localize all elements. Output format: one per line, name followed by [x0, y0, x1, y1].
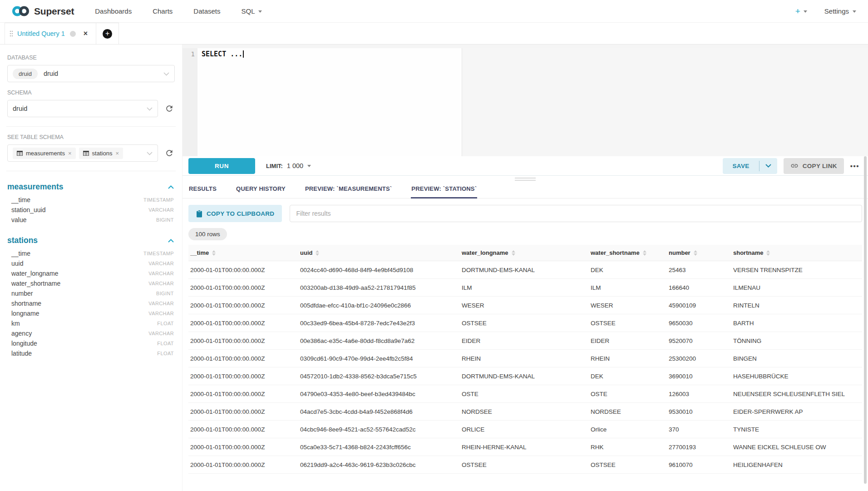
more-menu-button[interactable]: •••: [848, 162, 862, 170]
tab-preview-measurements[interactable]: PREVIEW: `MEASUREMENTS`: [305, 179, 392, 198]
close-icon[interactable]: ×: [84, 30, 88, 37]
column-type: VARCHAR: [148, 281, 174, 286]
table-chip-stations[interactable]: stations ×: [79, 148, 123, 159]
header-uuid[interactable]: uuid: [298, 249, 460, 256]
cell-__time: 2000-01-01T00:00:00.000Z: [188, 302, 298, 309]
column-name: water_longname: [11, 270, 59, 277]
settings-menu[interactable]: Settings: [824, 7, 856, 15]
header-water_longname[interactable]: water_longname: [460, 249, 589, 256]
column-name: uuid: [11, 260, 23, 267]
limit-dropdown[interactable]: LIMIT: 1 000: [266, 162, 311, 169]
sql-code: SELECT ...: [202, 50, 242, 58]
nav-item-charts[interactable]: Charts: [153, 7, 173, 15]
schema-select[interactable]: druid: [7, 100, 158, 117]
tab-results[interactable]: RESULTS: [188, 179, 217, 198]
table-row: 2000-01-01T00:00:00.000Z04572010-1db2-43…: [188, 367, 862, 385]
nav-item-sql[interactable]: SQL: [242, 7, 262, 15]
cell-water_longname: RHEIN-HERNE-KANAL: [460, 444, 589, 451]
nav-right: + Settings: [795, 6, 856, 16]
schema-table-header[interactable]: stations: [7, 236, 174, 245]
schema-column: shortnameVARCHAR: [7, 298, 175, 308]
cell-__time: 2000-01-01T00:00:00.000Z: [188, 408, 298, 415]
database-select[interactable]: druid druid: [7, 65, 175, 82]
tab-query-history[interactable]: QUERY HISTORY: [236, 179, 286, 198]
column-type: VARCHAR: [148, 311, 174, 316]
sqllab-sidebar: DATABASE druid druid SCHEMA druid SEE TA…: [0, 45, 182, 491]
nav-item-dashboards[interactable]: Dashboards: [95, 7, 132, 15]
cell-water_longname: DORTMUND-EMS-KANAL: [460, 267, 589, 273]
editor-code-area[interactable]: SELECT ...: [197, 48, 462, 156]
table-chip-measurements[interactable]: measurements ×: [13, 148, 76, 159]
cell-number: 9650030: [667, 320, 731, 327]
header-shortname[interactable]: shortname: [731, 249, 862, 256]
cell-water_longname: EIDER: [460, 337, 589, 344]
header-__time[interactable]: __time: [188, 249, 298, 256]
schema-column: water_longnameVARCHAR: [7, 268, 175, 278]
sql-editor[interactable]: 1 SELECT ...: [182, 48, 868, 156]
schema-column-list: __timeTIMESTAMPstation_uuidVARCHARvalueB…: [7, 195, 175, 225]
schema-column: agencyVARCHAR: [7, 328, 175, 338]
cell-water_shortname: OSTSEE: [589, 320, 667, 327]
vertical-scrollbar[interactable]: [864, 156, 867, 484]
column-type: FLOAT: [157, 321, 174, 326]
column-name: station_uuid: [11, 206, 46, 213]
cell-shortname: RINTELN: [731, 302, 862, 309]
database-tag: druid: [13, 69, 38, 79]
cell-water_longname: OSTE: [460, 391, 589, 397]
superset-logo-icon: [12, 5, 30, 17]
copy-link-button[interactable]: COPY LINK: [784, 158, 844, 174]
sort-icon: [212, 250, 216, 256]
header-number[interactable]: number: [667, 249, 731, 256]
table-schema-select[interactable]: measurements × stations ×: [7, 144, 158, 162]
nav-item-datasets[interactable]: Datasets: [193, 7, 220, 15]
sql-pane: 1 SELECT ... RUN LIMIT: 1 000 SAVE: [182, 45, 868, 491]
pane-resize-grip[interactable]: [515, 178, 536, 182]
cell-uuid: 00c33ed9-6bea-45b4-8728-7edc7e43e2f3: [298, 320, 460, 327]
column-type: VARCHAR: [148, 207, 174, 213]
table-row: 2000-01-01T00:00:00.000Z005dfdae-efcc-41…: [188, 297, 862, 314]
cell-water_shortname: EIDER: [589, 337, 667, 344]
cell-water_longname: WESER: [460, 302, 589, 309]
caret-down-icon: [853, 10, 856, 15]
column-name: water_shortname: [11, 280, 60, 287]
new-query-tab-button[interactable]: +: [96, 23, 119, 44]
refresh-schema-button[interactable]: [164, 103, 175, 114]
cell-shortname: NEUENSEER SCHLEUSENFLETH SIEL: [731, 391, 862, 397]
column-type: TIMESTAMP: [143, 197, 174, 203]
remove-chip-icon[interactable]: ×: [115, 150, 119, 156]
chevron-up-icon[interactable]: [168, 185, 174, 189]
new-item-dropdown[interactable]: +: [795, 6, 807, 16]
line-number: 1: [191, 50, 195, 58]
cell-water_shortname: WESER: [589, 302, 667, 309]
column-type: VARCHAR: [148, 331, 174, 336]
database-label: DATABASE: [7, 55, 175, 61]
remove-chip-icon[interactable]: ×: [68, 150, 72, 156]
cell-water_shortname: RHEIN: [589, 355, 667, 362]
query-state-dot-icon: [70, 31, 76, 37]
column-type: VARCHAR: [148, 261, 174, 266]
filter-results-input[interactable]: [290, 205, 862, 222]
save-button[interactable]: SAVE: [723, 158, 759, 174]
query-tab[interactable]: Untitled Query 1 ×: [5, 23, 96, 44]
chevron-up-icon[interactable]: [168, 239, 174, 243]
save-options-button[interactable]: [760, 158, 777, 174]
cell-uuid: 04790e03-4353-4e80-beef-b3ed439484bc: [298, 391, 460, 397]
cell-uuid: 00e386ac-e35c-4a6e-80dd-f8cd8a9e7a62: [298, 337, 460, 344]
refresh-tables-button[interactable]: [164, 148, 175, 159]
column-name: value: [11, 216, 26, 223]
header-water_shortname[interactable]: water_shortname: [589, 249, 667, 256]
copy-to-clipboard-button[interactable]: COPY TO CLIPBOARD: [188, 205, 282, 222]
query-tabbar: Untitled Query 1 × +: [0, 23, 868, 45]
nav-menu: Dashboards Charts Datasets SQL: [95, 7, 261, 15]
schema-column: __timeTIMESTAMP: [7, 248, 175, 258]
run-button[interactable]: RUN: [188, 158, 255, 174]
superset-brand[interactable]: Superset: [12, 5, 74, 17]
tab-preview-stations[interactable]: PREVIEW: `STATIONS`: [411, 179, 477, 198]
cell-uuid: 04572010-1db2-4338-8562-b3dca5e715c5: [298, 373, 460, 380]
results-table-body: 2000-01-01T00:00:00.000Z0024cc40-d690-46…: [188, 261, 862, 474]
cell-number: 25463: [667, 267, 731, 273]
brand-title: Superset: [34, 6, 74, 17]
cell-number: 166640: [667, 284, 731, 291]
schema-table-name: stations: [7, 236, 38, 245]
schema-table-header[interactable]: measurements: [7, 182, 174, 192]
